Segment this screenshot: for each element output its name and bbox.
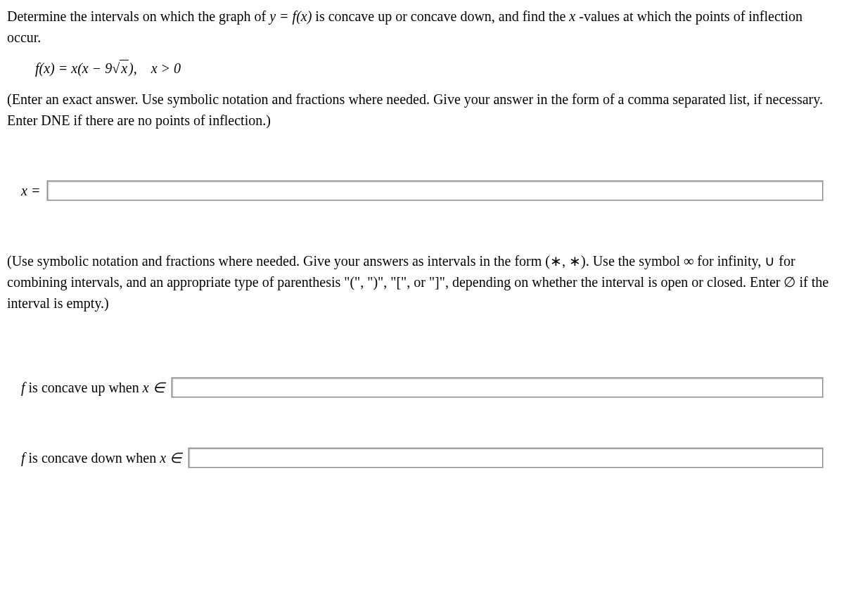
formula-condition: x > 0	[151, 60, 181, 76]
intro-text-2: is concave up or concave down, and find …	[315, 8, 569, 24]
instructions-2: (Use symbolic notation and fractions whe…	[7, 250, 837, 314]
answer-row-x: x =	[21, 180, 837, 201]
formula-lhs: f(x) = x(x − 9	[35, 60, 112, 76]
function-formula: f(x) = x(x − 9√x), x > 0	[35, 58, 837, 79]
concave-down-label: f is concave down when x ∈	[21, 447, 181, 468]
x-value-input[interactable]	[47, 181, 823, 200]
formula-radicand: x	[120, 60, 129, 76]
intro-xvar: x	[569, 8, 575, 24]
x-equals-label: x =	[21, 180, 40, 201]
concave-down-input[interactable]	[188, 448, 823, 468]
intro-text-1: Determine the intervals on which the gra…	[7, 8, 269, 24]
intro-math: y = f(x)	[269, 8, 312, 24]
answer-row-concave-down: f is concave down when x ∈	[21, 447, 837, 468]
formula-rhs: ),	[129, 60, 137, 76]
concave-up-input[interactable]	[172, 378, 823, 397]
answer-row-concave-up: f is concave up when x ∈	[21, 377, 837, 398]
instructions-1: (Enter an exact answer. Use symbolic not…	[7, 89, 837, 131]
concave-up-label: f is concave up when x ∈	[21, 377, 165, 398]
problem-intro: Determine the intervals on which the gra…	[7, 6, 837, 48]
